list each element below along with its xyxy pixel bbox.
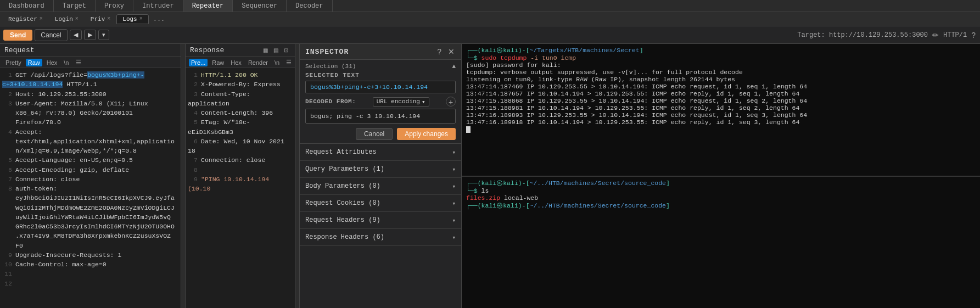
nav-proxy[interactable]: Proxy: [96, 0, 133, 12]
resp-format-pretty[interactable]: Pre...: [189, 59, 208, 66]
resp-format-newline[interactable]: \n: [272, 59, 282, 66]
accordion-request-attributes-chevron: ▾: [452, 149, 456, 156]
tab-logs[interactable]: Logs ×: [116, 14, 148, 24]
action-buttons: Cancel Apply changes: [305, 128, 456, 140]
tab-priv-label: Priv: [91, 16, 105, 23]
selection-chevron[interactable]: ▲: [452, 63, 456, 70]
tab-priv[interactable]: Priv ×: [85, 14, 116, 24]
nav-decoder[interactable]: Decoder: [287, 0, 332, 12]
accordion-response-headers-header[interactable]: Response Headers (6) ▾: [300, 229, 461, 245]
format-hex[interactable]: Hex: [44, 59, 60, 66]
response-panel-header: Response ▦ ▤ ⊡: [186, 44, 295, 57]
target-url-label: Target: http://10.129.253.55:3000: [797, 31, 928, 39]
tab-register-close[interactable]: ×: [40, 16, 43, 22]
tab-login[interactable]: Login ×: [49, 14, 85, 24]
format-pretty[interactable]: Pretty: [3, 59, 24, 66]
request-line-11: 11: [2, 269, 178, 278]
format-newline[interactable]: \n: [61, 59, 71, 66]
accordion-request-attributes: Request Attributes ▾: [300, 144, 461, 161]
decoded-type-value: URL encoding: [377, 98, 420, 105]
request-line-8c: WQiOiI2MThjMDdmOWE2ZmE2ODA0NzcyZmViODgiL…: [2, 203, 178, 212]
inspector-close-button[interactable]: ✕: [447, 46, 456, 57]
drag-handle-2[interactable]: [295, 44, 300, 308]
edit-target-button[interactable]: ✏: [931, 30, 940, 41]
inspector-cancel-button[interactable]: Cancel: [356, 128, 393, 140]
tab-login-close[interactable]: ×: [75, 16, 79, 22]
nav-back-button[interactable]: ◀: [70, 30, 82, 40]
resp-view-stack[interactable]: ⊡: [282, 46, 290, 54]
http-version-label: HTTP/1: [943, 31, 967, 39]
nav-fwd-button[interactable]: ▶: [84, 30, 96, 40]
request-line-8d: uyWllIjoiGhlYWRtaW4iLCJlbWFpbCI6ImJydW5v…: [2, 212, 178, 222]
request-line-4c: n/xml;q=0.9,image/webp,*/*;q=0.8: [2, 146, 178, 155]
apply-changes-button[interactable]: Apply changes: [397, 128, 456, 140]
request-format-bar: Pretty Raw Hex \n ☰: [0, 57, 181, 68]
accordion-body-params-label: Body Parameters (0): [305, 182, 380, 190]
send-button[interactable]: Send: [3, 30, 32, 41]
resp-view-list[interactable]: ▤: [271, 46, 281, 54]
nav-intruder[interactable]: Intruder: [133, 0, 183, 12]
inspector-body: Selection (31) ▲ SELECTED TEXT bogus%3b+…: [300, 60, 461, 308]
term-bottom-prompt1: ┌──(kali㉿kali)-[~/../HTB/machines/Secret…: [466, 179, 976, 187]
format-raw[interactable]: Raw: [26, 59, 42, 66]
accordion-body-params-header[interactable]: Body Parameters (0) ▾: [300, 178, 461, 194]
request-panel: Request Pretty Raw Hex \n ☰ 1GET /api/lo…: [0, 44, 181, 308]
toolbar: Send Cancel ◀ ▶ ▾ Target: http://10.129.…: [0, 26, 980, 44]
request-line-4: 4Accept:: [2, 127, 178, 137]
term-top-out2: tcpdump: verbose output suppressed, use …: [466, 69, 976, 76]
accordion-request-cookies-header[interactable]: Request Cookies (0) ▾: [300, 195, 461, 211]
nav-dashboard[interactable]: Dashboard: [0, 0, 54, 12]
tab-logs-close[interactable]: ×: [139, 16, 143, 22]
term-top-out8: 13:47:16.189893 IP 10.129.253.55 > 10.10…: [466, 111, 976, 119]
tab-register-label: Register: [8, 16, 37, 23]
inspector-panel: INSPECTOR ? ✕ Selection (31) ▲ SELECTED …: [300, 44, 462, 308]
tab-priv-close[interactable]: ×: [107, 16, 110, 22]
resp-line-3: 3Content-Type: application: [188, 89, 293, 109]
resp-format-raw[interactable]: Raw: [210, 59, 226, 66]
accordion-query-params-header[interactable]: Query Parameters (1) ▾: [300, 161, 461, 177]
term-top-out9: 13:47:16.189918 IP 10.10.14.194 > 10.129…: [466, 119, 976, 126]
help-button[interactable]: ?: [970, 30, 977, 41]
decoded-value-box: bogus; ping -c 3 10.10.14.194: [305, 109, 456, 124]
tab-register[interactable]: Register ×: [2, 14, 49, 24]
decoded-add-button[interactable]: +: [446, 97, 456, 107]
nav-target[interactable]: Target: [54, 0, 96, 12]
decoded-type-selector[interactable]: URL encoding ▾: [373, 97, 429, 107]
terminal-bottom: ┌──(kali㉿kali)-[~/../HTB/machines/Secret…: [462, 177, 980, 309]
format-menu[interactable]: ☰: [74, 58, 83, 66]
nav-combo-button[interactable]: ▾: [98, 30, 109, 40]
resp-format-hex[interactable]: Hex: [228, 59, 244, 66]
terminal-top: ┌──(kali㉿kali)-[~/Targets/HTB/machines/S…: [462, 44, 980, 177]
resp-line-4: 4Content-Length: 396: [188, 108, 293, 117]
nav-sequencer[interactable]: Sequencer: [233, 0, 287, 12]
accordion-request-headers: Request Headers (9) ▾: [300, 212, 461, 229]
cancel-button[interactable]: Cancel: [35, 29, 67, 41]
drag-handle-1[interactable]: [181, 44, 186, 308]
resp-line-6: 6Date: Wed, 10 Nov 2021 18: [188, 137, 293, 156]
accordion-body-params: Body Parameters (0) ▾: [300, 178, 461, 195]
selected-text-value: bogus%3b+ping+-c+3+10.10.14.194: [305, 81, 456, 93]
request-line-8b: eyJhbGciOiJIUzI1NiIsInR5cCI6IkpXVCJ9.eyJ…: [2, 193, 178, 203]
response-code-area[interactable]: 1HTTP/1.1 200 OK 2X-Powered-By: Express …: [186, 68, 295, 308]
resp-line-9: 9"PING 10.10.14.194 (10.10: [188, 175, 293, 194]
top-nav: Dashboard Target Proxy Intruder Repeater…: [0, 0, 980, 12]
tab-more[interactable]: ...: [149, 14, 170, 24]
request-code-area[interactable]: 1GET /api/logs?file=bogus%3b+ping+-c+3+1…: [0, 68, 181, 308]
nav-repeater[interactable]: Repeater: [183, 0, 233, 12]
request-line-2: 2Host: 10.129.253.55:3000: [2, 89, 178, 99]
accordion-request-headers-header[interactable]: Request Headers (9) ▾: [300, 212, 461, 228]
resp-format-menu[interactable]: ☰: [284, 58, 294, 66]
selection-section: Selection (31) ▲ SELECTED TEXT bogus%3b+…: [300, 60, 461, 144]
resp-format-render[interactable]: Render: [246, 59, 270, 66]
resp-view-grid[interactable]: ▦: [261, 46, 270, 54]
inspector-help-button[interactable]: ?: [436, 46, 443, 57]
accordion-request-attributes-header[interactable]: Request Attributes ▾: [300, 144, 461, 160]
tab-login-label: Login: [55, 16, 73, 23]
term-top-out5: 13:47:14.187657 IP 10.10.14.194 > 10.129…: [466, 90, 976, 97]
selection-count: Selection (31): [305, 63, 356, 70]
request-line-10: 10Cache-Control: max-age=0: [2, 260, 178, 269]
term-top-cmd1: └─$ sudo tcpdump -i tun0 icmp: [466, 54, 976, 61]
term-top-out3: listening on tun0, link-type RAW (Raw IP…: [466, 76, 976, 83]
accordion-query-params-chevron: ▾: [452, 166, 456, 173]
request-line-12: 12: [2, 279, 178, 288]
